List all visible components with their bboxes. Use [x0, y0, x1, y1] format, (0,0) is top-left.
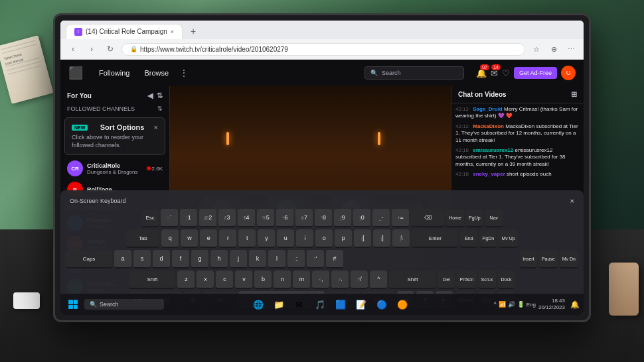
key-equals[interactable]: += [392, 209, 409, 227]
chat-message-2: 42:12 MackaDixon MackaDixon subscribed a… [455, 123, 580, 144]
taskbar-app-photos[interactable]: 🟦 [331, 295, 350, 314]
key-2[interactable]: @2 [199, 209, 216, 227]
key-q[interactable]: q [170, 229, 179, 248]
key-bracket-left[interactable]: {[ [354, 229, 371, 248]
key-m[interactable]: m [293, 271, 310, 289]
bookmark-button[interactable]: ☆ [529, 42, 544, 56]
key-5[interactable]: %5 [257, 209, 274, 227]
notification-bell[interactable]: 🔔 07 [476, 67, 487, 79]
key-y[interactable]: y [258, 229, 275, 248]
chat-username-1[interactable]: Sage_Druid [473, 106, 502, 112]
key-hash[interactable]: # [326, 250, 343, 269]
key-u[interactable]: u [277, 229, 294, 248]
extensions-button[interactable]: ⊕ [546, 42, 561, 56]
key-del[interactable]: Del [438, 271, 451, 289]
taskbar-app-files[interactable]: 📁 [270, 295, 288, 314]
taskbar-app-music[interactable]: 🎵 [311, 295, 329, 314]
browser-tab-active[interactable]: t (14) Critical Role Campaign × [66, 24, 183, 39]
twitch-search-input[interactable]: 🔍 Search [364, 66, 464, 80]
key-shift-right[interactable]: Shift [389, 271, 436, 289]
chat-username-3[interactable]: emisaurusrex12 [473, 147, 513, 153]
key-k[interactable]: k [249, 250, 266, 269]
key-6[interactable]: ^6 [276, 209, 293, 227]
new-tab-button[interactable]: + [185, 23, 201, 39]
taskbar-app-browser2[interactable]: 🔵 [372, 295, 391, 314]
tray-network-icon[interactable]: 📶 [499, 301, 506, 308]
tray-battery-icon[interactable]: 🔋 [517, 301, 524, 308]
twitch-logo[interactable]: ⬛ [68, 66, 83, 80]
key-9[interactable]: (9 [334, 209, 351, 227]
user-avatar[interactable]: U [561, 66, 576, 80]
taskbar-clock[interactable]: 18:43 20/12/2023 [538, 298, 565, 312]
key-1[interactable]: !1 [180, 209, 197, 227]
channel-item-criticalrole[interactable]: CR CriticalRole Dungeons & Dragons 2.6K [60, 158, 169, 179]
tray-chevron-icon[interactable]: ^ [493, 301, 496, 308]
chat-popout-icon[interactable]: ⊞ [571, 90, 577, 99]
sort-options-close-button[interactable]: × [154, 123, 158, 131]
heart-icon[interactable]: ♡ [502, 68, 510, 78]
key-comma[interactable]: <, [312, 271, 329, 289]
key-f[interactable]: f [172, 250, 189, 269]
key-j[interactable]: j [230, 250, 247, 269]
key-7[interactable]: &7 [295, 209, 313, 227]
tab-close-button[interactable]: × [171, 29, 174, 35]
key-b[interactable]: b [254, 271, 272, 289]
chat-username-2[interactable]: MackaDixon [473, 123, 504, 129]
key-l[interactable]: l [268, 250, 285, 269]
taskbar-app-edge[interactable]: 🌐 [249, 295, 268, 314]
key-enter[interactable]: Enter [412, 229, 451, 248]
tray-volume-icon[interactable]: 🔊 [508, 301, 515, 308]
address-input[interactable]: 🔒 https://www.twitch.tv/criticalrole/vid… [121, 43, 525, 56]
key-quote[interactable]: "' [307, 250, 324, 269]
key-z[interactable]: z [177, 271, 195, 289]
key-0[interactable]: )0 [353, 209, 370, 227]
key-e[interactable]: e [200, 229, 217, 248]
key-bracket-right[interactable]: }] [373, 229, 390, 248]
key-home[interactable]: Home [446, 209, 451, 227]
sidebar-sort-icon[interactable]: ⇅ [157, 91, 163, 100]
key-p[interactable]: p [335, 229, 352, 248]
key-caret[interactable]: ^ [370, 271, 387, 289]
tray-notification-icon[interactable]: 🔔 [570, 300, 580, 309]
key-backslash[interactable]: |\ [392, 229, 410, 248]
key-shift-left[interactable]: Shift [170, 271, 175, 289]
key-o[interactable]: o [315, 229, 333, 248]
tablet-frame: t (14) Critical Role Campaign × + ‹ › ↻ … [53, 13, 591, 322]
key-x[interactable]: x [197, 271, 214, 289]
taskbar-app-orange[interactable]: 🟠 [393, 295, 412, 314]
key-minus[interactable]: _- [372, 209, 390, 227]
key-3[interactable]: £3 [218, 209, 236, 227]
key-backtick[interactable]: ~` [170, 209, 178, 227]
key-t[interactable]: t [238, 229, 256, 248]
chat-username-4[interactable]: sneky_vaper [473, 171, 505, 177]
key-v[interactable]: v [235, 271, 252, 289]
sidebar-collapse-icon[interactable]: ◀ [147, 91, 153, 100]
key-slash[interactable]: ?/ [351, 271, 368, 289]
get-ad-free-button[interactable]: Get Ad-Free [514, 67, 557, 79]
key-i[interactable]: i [296, 229, 313, 248]
refresh-button[interactable]: ↻ [103, 42, 118, 56]
nav-following[interactable]: Following [95, 66, 133, 80]
start-button[interactable] [64, 296, 82, 313]
nav-browse[interactable]: Browse [140, 66, 173, 80]
key-semicolon[interactable]: :; [287, 250, 305, 269]
key-backspace[interactable]: ⌫ [411, 209, 444, 227]
key-h[interactable]: h [210, 250, 228, 269]
key-period[interactable]: >. [331, 271, 349, 289]
key-w[interactable]: w [181, 229, 198, 248]
forward-button[interactable]: › [84, 42, 99, 56]
key-g[interactable]: g [191, 250, 208, 269]
inbox-icon[interactable]: ✉ 14 [491, 67, 498, 79]
key-c[interactable]: c [216, 271, 233, 289]
taskbar-app-mail[interactable]: ✉ [290, 295, 309, 314]
nav-more-button[interactable]: ⋮ [179, 68, 189, 78]
taskbar-search-input[interactable]: 🔍 Search [84, 299, 164, 310]
key-n[interactable]: n [274, 271, 291, 289]
key-r[interactable]: r [219, 229, 236, 248]
key-4[interactable]: $4 [238, 209, 255, 227]
back-button[interactable]: ‹ [66, 42, 80, 56]
taskbar-app-notes[interactable]: 📝 [352, 295, 370, 314]
followed-channels-icon[interactable]: ⇅ [157, 105, 163, 112]
key-8[interactable]: *8 [315, 209, 332, 227]
menu-button[interactable]: ⋯ [564, 42, 578, 56]
